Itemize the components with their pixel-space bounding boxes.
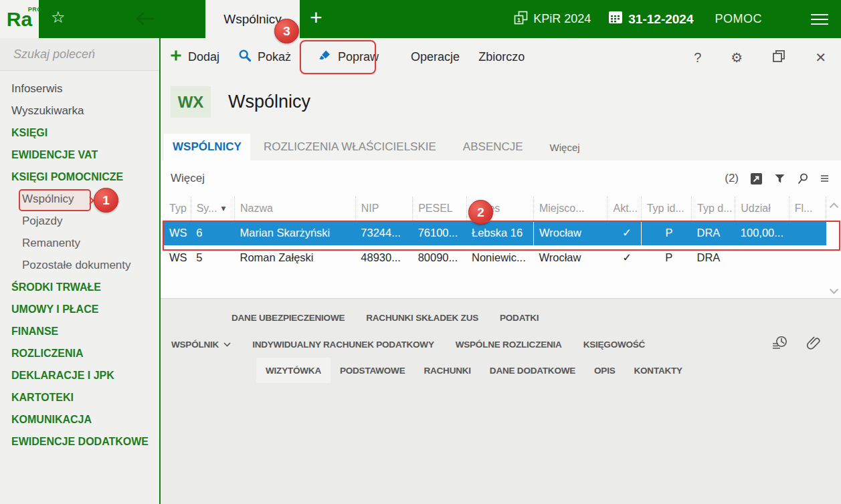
settings-gear-icon[interactable]: ⚙ (731, 51, 743, 64)
column-header[interactable]: Akt... (608, 197, 641, 221)
sidebar-item[interactable]: EWIDENCJE VAT (0, 144, 159, 166)
module-toolbar: Dodaj Pokaż Popraw Operacje (161, 38, 841, 76)
table-row-selected[interactable]: WS6Marian Skarżyński73244...76100...Łebs… (164, 221, 826, 245)
attachment-icon[interactable] (806, 335, 821, 354)
sidebar-item[interactable]: Pojazdy (0, 210, 159, 232)
sidebar-item[interactable]: ŚRODKI TRWAŁE (0, 276, 159, 298)
list-search-icon[interactable] (797, 172, 809, 184)
partners-table-host: TypSy...▼NazwaNIPPESELAdresMiejsco...Akt… (161, 197, 841, 270)
column-header[interactable]: Typ (164, 197, 191, 221)
sidebar-item[interactable]: ROZLICZENIA (0, 342, 159, 364)
module-tab[interactable]: ABSENCJE (450, 134, 537, 160)
record-count: (2) (725, 172, 739, 185)
table-row[interactable]: WS5Roman Załęski48930...80090...Noniewic… (164, 245, 826, 270)
table-cell: 5 (191, 245, 234, 270)
column-header[interactable]: PESEL (413, 197, 466, 221)
detail-tab[interactable]: INDYWIDUALNY RACHUNEK PODATKOWY (252, 340, 435, 350)
show-button[interactable]: Pokaż (238, 49, 291, 66)
table-cell: DRA (692, 221, 735, 245)
sidebar-item[interactable]: Pozostałe dokumenty (0, 254, 159, 276)
detail-tabs-bottom: WIZYTÓWKA PODSTAWOWE RACHUNKI DANE DODAT… (161, 358, 841, 383)
filter-icon[interactable] (774, 173, 785, 184)
sidebar-item[interactable]: KARTOTEKI (0, 386, 159, 408)
table-cell: 6 (191, 221, 234, 245)
operations-button[interactable]: Operacje (411, 50, 460, 64)
sidebar-item[interactable]: KOMUNIKACJA (0, 408, 159, 430)
module-tab[interactable]: WSPÓLNICY (164, 134, 250, 160)
sidebar-item[interactable]: KSIĘGI (0, 122, 159, 144)
detail-tab[interactable]: DANE UBEZPIECZENIOWE (231, 313, 345, 323)
add-button[interactable]: Dodaj (170, 49, 219, 65)
list-more-button[interactable]: Więcej (171, 172, 205, 185)
sidebar-item[interactable]: FINANSE (0, 320, 159, 342)
column-header[interactable]: Sy...▼ (191, 197, 234, 221)
sidebar-item[interactable]: EWIDENCJE DODATKOWE (0, 430, 159, 453)
module-tab[interactable]: Więcej (537, 134, 593, 160)
history-icon[interactable] (771, 335, 789, 354)
detail-tab[interactable]: WSPÓLNIK (171, 340, 231, 350)
sidebar-item[interactable]: Remanenty (0, 232, 159, 254)
module-tab[interactable]: ROZLICZENIA WŁAŚCICIELSKIE (250, 134, 450, 160)
command-search (0, 38, 159, 71)
cascade-windows-icon[interactable] (772, 49, 785, 65)
detail-tab[interactable]: WSPÓLNE ROZLICZENIA (455, 340, 563, 350)
table-cell: Wrocław (533, 221, 608, 245)
table-cell: Roman Załęski (234, 245, 355, 270)
table-cell: Noniewic... (466, 245, 533, 270)
table-cell (789, 221, 826, 245)
module-badge: WX (171, 86, 211, 118)
detail-tab[interactable]: DANE DODATKOWE (480, 358, 585, 383)
svg-text:1: 1 (517, 17, 521, 23)
detail-tab[interactable]: PODATKI (499, 313, 539, 323)
column-header[interactable]: Fl... (789, 197, 826, 221)
table-cell (789, 245, 826, 270)
help-icon[interactable]: ? (694, 51, 701, 64)
export-icon[interactable] (750, 172, 763, 185)
column-header[interactable]: Typ d... (692, 197, 735, 221)
table-cell: P (641, 221, 691, 245)
column-header[interactable]: Nazwa (234, 197, 355, 221)
favorites-star-icon[interactable]: ☆ (51, 9, 66, 25)
work-date-selector[interactable]: 31-12-2024 (608, 11, 693, 27)
top-bar: RaPRO ☆ Wspólnicy + 1 KPiR 2024 (0, 0, 841, 38)
column-header[interactable]: Adres (466, 197, 533, 221)
sidebar-item[interactable]: UMOWY I PŁACE (0, 298, 159, 320)
detail-tab[interactable]: KONTAKTY (625, 358, 692, 383)
company-icon: 1 (514, 11, 528, 28)
list-panel: Więcej (2) TypSy... (161, 160, 841, 298)
column-header[interactable]: NIP (355, 197, 412, 221)
scroll-down-icon[interactable] (829, 285, 839, 297)
app-logo[interactable]: RaPRO (0, 0, 39, 38)
detail-tab[interactable]: RACHUNKI SKŁADEK ZUS (365, 313, 479, 323)
detail-tabs-top: DANE UBEZPIECZENIOWE RACHUNKI SKŁADEK ZU… (161, 304, 841, 331)
open-module-tab[interactable]: Wspólnicy (205, 0, 300, 38)
list-menu-icon[interactable] (820, 174, 829, 182)
bulk-button[interactable]: Zbiorczo (478, 50, 525, 64)
table-cell: DRA (692, 245, 735, 270)
sidebar-item[interactable]: KSIĘGI POMOCNICZE (0, 166, 159, 188)
command-search-input[interactable] (12, 47, 171, 62)
back-arrow-icon[interactable] (134, 11, 155, 29)
sidebar-item[interactable]: Wspólnicy (0, 188, 159, 210)
detail-tab[interactable]: KSIĘGOWOŚĆ (583, 340, 646, 350)
close-icon[interactable]: ✕ (815, 51, 826, 64)
sidebar-item[interactable]: Wyszukiwarka (0, 100, 159, 122)
detail-tab[interactable]: PODSTAWOWE (331, 358, 415, 383)
column-header[interactable]: Miejsco... (533, 197, 608, 221)
help-menu[interactable]: POMOC (715, 12, 762, 26)
new-tab-button[interactable]: + (310, 7, 322, 28)
edit-button[interactable]: Popraw (314, 49, 383, 66)
company-selector[interactable]: 1 KPiR 2024 (514, 11, 591, 28)
scroll-up-icon[interactable] (829, 199, 839, 211)
column-header[interactable]: Typ id... (641, 197, 691, 221)
logo-pro-label: PRO (28, 7, 42, 13)
detail-tab[interactable]: RACHUNKI (414, 358, 480, 383)
detail-tabs-mid: WSPÓLNIK INDYWIDUALNY RACHUNEK PODATKOWY (161, 331, 841, 358)
sidebar-item[interactable]: DEKLARACJE I JPK (0, 364, 159, 386)
column-header[interactable]: Udział (735, 197, 789, 221)
sidebar-item[interactable]: Infoserwis (0, 78, 159, 100)
plus-icon (170, 49, 182, 65)
detail-tab[interactable]: WIZYTÓWKA (256, 358, 331, 383)
detail-tab[interactable]: OPIS (585, 358, 624, 383)
main-menu-icon[interactable] (810, 13, 829, 26)
